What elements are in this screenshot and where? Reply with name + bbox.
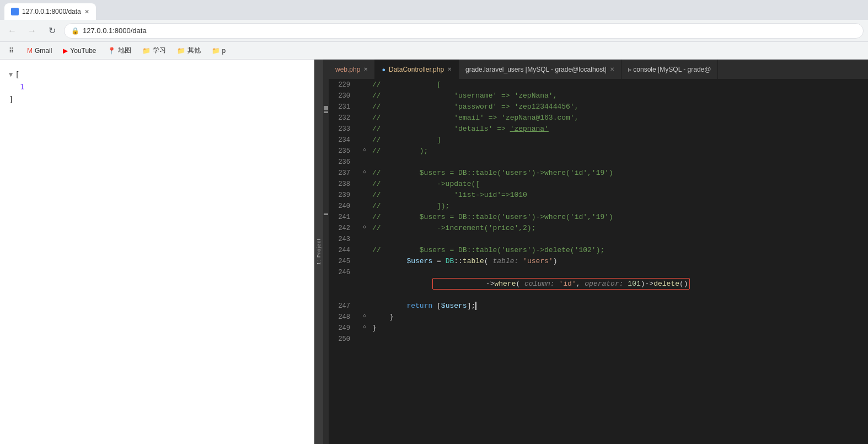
code-line-249: 249 ◇ } [329,323,868,334]
bookmark-p-label: p [222,47,226,55]
code-line-235: 235 ◇ // ); [329,146,868,157]
code-line-243: 243 [329,234,868,245]
code-line-229: 229 // [ [329,79,868,90]
web-php-tab-label: web.php [335,66,360,73]
project-strip-label: 1: Project [316,238,322,265]
ide-tabs: web.php ✕ ● DataController.php ✕ grade.l… [329,60,868,79]
p-folder-icon: 📁 [212,47,220,55]
code-line-248: 248 ◇ } [329,312,868,323]
tab-web-php[interactable]: web.php ✕ [329,60,375,79]
json-line-3: ] [9,93,305,105]
code-line-238: 238 // ->update([ [329,179,868,190]
main-content: ▼ [ 1 ] 1: Project [0,60,868,444]
back-button[interactable]: ← [4,23,20,39]
bookmark-study-label: 学习 [153,46,166,55]
bookmark-other[interactable]: 📁 其他 [173,44,205,57]
json-line-2: 1 [9,81,305,93]
tab-close-button[interactable]: ✕ [84,8,89,15]
json-line-1: ▼ [ [9,68,305,81]
code-line-232: 232 // 'email' => 'zepNana@163.com', [329,113,868,124]
bookmark-youtube[interactable]: ▶ YouTube [58,45,100,57]
lock-icon: 🔒 [71,27,79,35]
tab-data-controller[interactable]: ● DataController.php ✕ [375,60,459,79]
data-controller-tab-label: DataController.php [389,66,444,73]
maps-icon: 📍 [108,47,116,55]
code-line-237: 237 ◇ // $users = DB::table('users')->wh… [329,168,868,179]
tab-favicon [11,8,19,15]
bookmark-gmail-label: Gmail [35,47,52,55]
tab-console[interactable]: ▹ console [MySQL - grade@ [621,60,718,79]
code-line-233: 233 // 'details' => 'zepnana' [329,124,868,135]
reload-button[interactable]: ↻ [44,23,60,39]
bookmark-other-label: 其他 [187,46,201,55]
structure-dot1 [324,111,328,113]
browser-json-page: ▼ [ 1 ] [0,60,314,444]
address-bar[interactable]: 🔒 127.0.0.1:8000/data [64,23,864,39]
code-line-247: 247 return [$users]; [329,301,868,312]
bookmark-maps-label: 地图 [118,46,131,55]
z-structure-strip[interactable] [323,60,329,444]
apps-icon: ⠿ [9,47,14,55]
data-controller-tab-icon: ● [382,66,385,73]
ide-left-strips: 1: Project [314,60,329,444]
code-line-234: 234 // ] [329,135,868,146]
browser-tab-active[interactable]: 127.0.0.1:8000/data ✕ [4,3,96,20]
code-line-239: 239 // 'list->uid'=>1010 [329,190,868,201]
json-bracket-close: ] [9,95,13,104]
bookmark-gmail[interactable]: M Gmail [23,45,56,57]
browser-titlebar: 127.0.0.1:8000/data ✕ [0,0,868,20]
code-line-250: 250 [329,334,868,345]
address-text: 127.0.0.1:8000/data [83,26,147,35]
bookmarks-bar: ⠿ M Gmail ▶ YouTube 📍 地图 📁 学习 📁 其他 📁 p [0,42,868,60]
code-line-231: 231 // 'password' => 'zep123444456', [329,101,868,113]
code-line-244: 244 // $users = DB::table('users')->dele… [329,245,868,256]
code-line-245: 245 $users = DB::table( table: 'users') [329,256,868,267]
grade-users-tab-label: grade.laravel_users [MySQL - grade@local… [465,66,607,73]
structure-dot2 [324,213,328,215]
browser-frame: 127.0.0.1:8000/data ✕ ← → ↻ 🔒 127.0.0.1:… [0,0,868,444]
code-line-241: 241 // $users = DB::table('users')->wher… [329,212,868,223]
bookmark-maps[interactable]: 📍 地图 [103,44,136,57]
code-line-240: 240 // ]); [329,201,868,212]
bookmark-youtube-label: YouTube [70,47,96,55]
code-line-242: 242 ◇ // ->increment('price',2); [329,223,868,234]
grade-users-close[interactable]: ✕ [610,66,614,72]
data-controller-close[interactable]: ✕ [447,66,452,72]
bookmark-study[interactable]: 📁 学习 [138,44,170,57]
web-php-close[interactable]: ✕ [363,66,368,72]
tab-title: 127.0.0.1:8000/data [22,8,81,15]
ide-panel: 1: Project web.php ✕ ● Dat [314,60,868,444]
structure-icon [324,106,328,110]
console-tab-label: ▹ console [MySQL - grade@ [628,66,711,73]
code-editor[interactable]: 229 // [ 230 // 'username' => 'zepNana', [329,79,868,444]
ide-container: web.php ✕ ● DataController.php ✕ grade.l… [329,60,868,444]
json-number-1: 1 [20,82,24,91]
gmail-icon: M [27,47,33,55]
code-line-246: 246 ->where( column: 'id', operator: 101… [329,267,868,301]
project-strip[interactable]: 1: Project [314,60,323,444]
bookmark-p[interactable]: 📁 p [207,45,231,57]
youtube-icon: ▶ [63,47,68,55]
study-folder-icon: 📁 [142,47,151,55]
code-line-230: 230 // 'username' => 'zepNana', [329,90,868,101]
json-display: ▼ [ 1 ] [9,68,305,105]
tab-bar: 127.0.0.1:8000/data ✕ [4,0,96,20]
bookmark-apps[interactable]: ⠿ [4,45,20,57]
tab-grade-users[interactable]: grade.laravel_users [MySQL - grade@local… [459,60,621,79]
forward-button[interactable]: → [24,23,40,39]
code-line-236: 236 [329,157,868,168]
browser-toolbar: ← → ↻ 🔒 127.0.0.1:8000/data [0,20,868,42]
json-bracket-open: [ [15,68,19,81]
other-folder-icon: 📁 [177,47,185,55]
